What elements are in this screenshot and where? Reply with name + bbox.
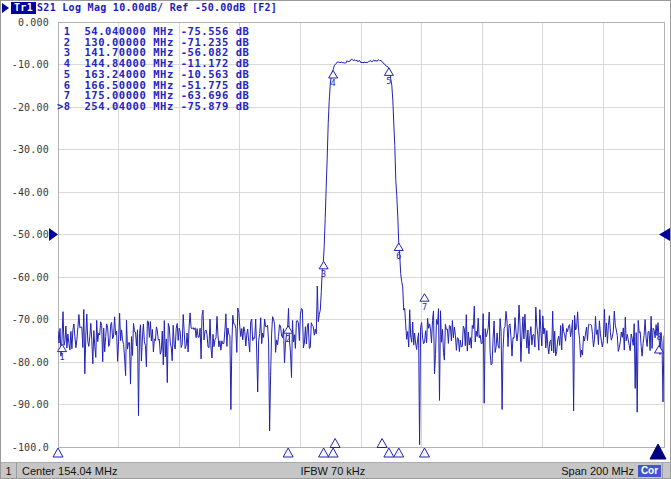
center-frequency-readout: Center 154.04 MHz: [22, 463, 117, 479]
y-axis-label: -70.00: [3, 314, 49, 325]
y-axis-label: -40.00: [3, 187, 49, 198]
marker-5-symbol-icon: [384, 68, 393, 76]
y-axis-label: -80.00: [3, 357, 49, 368]
marker-number-label: 1: [59, 352, 64, 362]
ref-level-left-icon: [49, 228, 58, 241]
marker-axis-icon: [420, 448, 430, 457]
marker-axis-icon: [328, 448, 338, 457]
marker-table-row: 5 163.24000 MHz -10.563 dB: [57, 69, 249, 80]
marker-axis-icon: [283, 448, 293, 457]
marker-number-label: 5: [386, 76, 391, 86]
marker-1-symbol-icon: [58, 344, 67, 352]
marker-axis-icon: [319, 448, 329, 457]
marker-6-symbol-icon: [394, 243, 403, 251]
marker-number-label: 2: [286, 334, 291, 344]
band-edge-axis-icon: [377, 439, 387, 448]
active-trace-pointer-icon: [2, 3, 9, 13]
trace1-tab[interactable]: Tr1: [11, 2, 36, 14]
y-axis-label: -100.0: [3, 442, 49, 453]
marker-axis-icon: [394, 448, 404, 457]
y-axis-label: -10.00: [3, 59, 49, 70]
channel-number: 1: [1, 463, 17, 479]
marker-number-label: 6: [396, 251, 401, 261]
band-edge-axis-icon: [330, 439, 340, 448]
marker-axis-icon: [384, 448, 394, 457]
marker-number-label: 8: [656, 332, 661, 342]
marker-position-indicators: [53, 439, 666, 460]
status-bar: 1 Center 154.04 MHz IFBW 70 kHz Span 200…: [1, 462, 670, 479]
y-axis-label: 0.000: [3, 17, 49, 28]
marker-table-row: >8 254.04000 MHz -75.879 dB: [57, 101, 249, 112]
correction-badge: Cor: [638, 465, 661, 477]
marker-2-symbol-icon: [284, 326, 293, 334]
y-axis-label: -90.00: [3, 399, 49, 410]
status-bar-end-segment: [662, 463, 670, 479]
marker-4-symbol-icon: [329, 70, 338, 78]
marker-number-label: 3: [321, 269, 326, 279]
y-axis-label: -50.00: [3, 229, 49, 240]
marker-number-label: 7: [422, 302, 427, 312]
marker-number-label: 4: [331, 78, 336, 88]
trace-status-bar: Tr1 S21 Log Mag 10.00dB/ Ref -50.00dB [F…: [1, 1, 670, 15]
marker-3-symbol-icon: [319, 261, 328, 269]
ifbw-readout: IFBW 70 kHz: [301, 463, 366, 479]
trace-settings-text: S21 Log Mag 10.00dB/ Ref -50.00dB [F2]: [37, 2, 277, 14]
y-axis-label: -20.00: [3, 102, 49, 113]
marker-axis-icon: [53, 448, 63, 457]
analyzer-screen: 12345678 Tr1 S21 Log Mag 10.00dB/ Ref -5…: [0, 0, 671, 479]
y-axis-label: -30.00: [3, 144, 49, 155]
marker-table: 1 54.040000 MHz -75.556 dB 2 130.00000 M…: [57, 26, 249, 112]
y-axis-label: -60.00: [3, 272, 49, 283]
span-readout: Span 200 MHz: [561, 463, 634, 479]
